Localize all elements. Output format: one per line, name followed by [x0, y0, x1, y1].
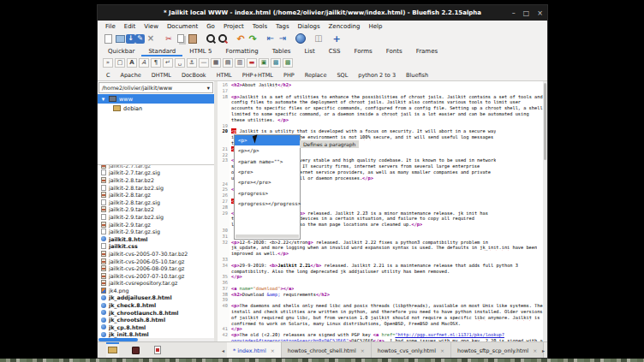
- rule-icon[interactable]: —: [199, 58, 209, 68]
- quickbar-tab-fonts[interactable]: Fonts: [379, 47, 409, 56]
- langbar-c[interactable]: C: [101, 72, 116, 79]
- find-button[interactable]: [205, 33, 217, 45]
- langbar-php-html[interactable]: PHP+HTML: [237, 72, 278, 79]
- indent-button[interactable]: ⇥: [277, 33, 289, 45]
- file-item-jailkit-css[interactable]: jailkit.css: [98, 243, 214, 251]
- minimize-button[interactable]: –: [512, 9, 516, 17]
- anchor-icon[interactable]: ⚓: [187, 58, 197, 68]
- file-item-jailkit-cvsrepository-tar-gz[interactable]: jailkit-cvsrepository.tar.gz: [98, 280, 214, 288]
- file-item-jailkit-8-html[interactable]: jailkit.8.html: [98, 235, 214, 243]
- paragraph-icon[interactable]: ¶: [151, 58, 161, 68]
- fullscreen-button[interactable]: +: [331, 33, 343, 45]
- close-tab-icon[interactable]: ×: [361, 347, 365, 353]
- tree-item-www[interactable]: ▾ www: [98, 94, 214, 104]
- menu-dialogs[interactable]: Dialogs: [294, 23, 325, 30]
- charmap-tab[interactable]: [174, 342, 177, 358]
- menu-go[interactable]: Go: [202, 23, 219, 30]
- autocomplete-item[interactable]: <pre></pre>: [235, 177, 300, 187]
- menu-help[interactable]: Help: [365, 23, 387, 30]
- file-item-jailkit-2-8-tar-bz2-sig[interactable]: jailkit-2.8.tar.bz2.sig: [98, 184, 214, 192]
- open-file-button[interactable]: [114, 33, 126, 45]
- document-tab-index-html[interactable]: * index.html×: [227, 342, 282, 358]
- quickbar-tab-tables[interactable]: Tables: [265, 47, 298, 56]
- menu-file[interactable]: File: [101, 23, 120, 30]
- langbar-sql[interactable]: SQL: [331, 72, 353, 79]
- tab-scroll-right-icon[interactable]: ▸: [540, 342, 547, 358]
- scrollbar-thumb[interactable]: [98, 338, 138, 341]
- new-document-button[interactable]: [102, 33, 114, 45]
- tree-item-debian[interactable]: debian: [98, 104, 214, 113]
- document-tab-howtos-sftp-scp-only-html[interactable]: howtos_sftp_scp_only.html×: [451, 342, 544, 358]
- quickbar-tab-quickbar[interactable]: Quickbar: [101, 47, 141, 56]
- file-item-jailkit-2-9-tar-gz-sig[interactable]: jailkit-2.9.tar.gz.sig: [98, 228, 214, 235]
- table-row-icon[interactable]: ▤: [223, 58, 233, 68]
- quickbar-tab-formatting[interactable]: Formatting: [218, 47, 265, 56]
- file-item-jk-chrootsh-8-html[interactable]: jk_chrootsh.8.html: [98, 316, 214, 323]
- menu-edit[interactable]: Edit: [120, 23, 140, 30]
- langbar-bluefish[interactable]: Bluefish: [401, 72, 433, 79]
- file-item-jk4-png[interactable]: jk4.png: [98, 287, 214, 294]
- file-list-horizontal-scrollbar[interactable]: [98, 338, 214, 341]
- quickbar-tab-list[interactable]: List: [297, 47, 321, 56]
- langbar-apache[interactable]: Apache: [116, 72, 146, 79]
- file-item-jailkit-2-8-tar-bz2[interactable]: jailkit-2.8.tar.bz2: [98, 176, 214, 184]
- php-block-icon[interactable]: ▩: [283, 58, 293, 68]
- langbar-html[interactable]: HTML: [212, 72, 237, 79]
- menu-document[interactable]: Document: [163, 23, 202, 30]
- quickbar-tab-css[interactable]: CSS: [322, 47, 348, 56]
- nbsp-icon[interactable]: ␣: [175, 58, 185, 68]
- autocomplete-item[interactable]: <p>: [235, 135, 300, 145]
- comment-icon[interactable]: ▬: [247, 58, 257, 68]
- autocomplete-item[interactable]: <pre>: [235, 167, 300, 177]
- titlebar[interactable]: * Jailkit local WWW - index.html (/home2…: [98, 5, 547, 21]
- file-item-jailkit-2-8-tar-gz[interactable]: jailkit-2.8.tar.gz: [98, 191, 214, 199]
- script-icon[interactable]: ▣: [259, 58, 269, 68]
- bookmarks-tab[interactable]: [130, 342, 141, 358]
- tab-scroll-left-icon[interactable]: ◂: [219, 342, 227, 358]
- file-item-jailkit-2-8-tar-gz-sig[interactable]: jailkit-2.8.tar.gz.sig: [98, 199, 214, 206]
- code-editor[interactable]: 16<h2>About Jailkit</h2>1718<p>Jailkit i…: [218, 81, 547, 341]
- close-document-button[interactable]: ×: [145, 33, 157, 45]
- langbar-docbook[interactable]: DocBook: [176, 72, 212, 79]
- menu-zencoding[interactable]: Zencoding: [325, 23, 365, 30]
- maximize-button[interactable]: □: [523, 9, 530, 17]
- break-icon[interactable]: ↵: [163, 58, 173, 68]
- save-as-button[interactable]: ✎: [135, 34, 145, 44]
- file-item-jailkit-cvs-2006-08-09-tar-gz[interactable]: jailkit-cvs-2006-08-09.tar.gz: [98, 264, 214, 272]
- file-item-jailkit-cvs-2006-05-10-tar-gz[interactable]: jailkit-cvs-2006-05-10.tar.gz: [98, 258, 214, 265]
- file-item-jailkit-cvs-2007-07-10-tar-gz[interactable]: jailkit-cvs-2007-07-10.tar.gz: [98, 272, 214, 280]
- document-tab-howtos-chroot-shell-html[interactable]: howtos_chroot_shell.html×: [282, 342, 372, 358]
- langbar-python-2-to-3[interactable]: python 2 to 3: [353, 72, 401, 79]
- copy-button[interactable]: [175, 33, 187, 45]
- cut-button[interactable]: ✂: [163, 33, 175, 45]
- autocomplete-item[interactable]: <progress></progress>: [235, 199, 300, 209]
- quickbar-tab-html-5[interactable]: HTML 5: [182, 47, 218, 56]
- directory-combo[interactable]: /home2/olivier/jailkit/www ▾: [98, 82, 213, 93]
- file-item-jk-cp-8-html[interactable]: jk_cp.8.html: [98, 323, 214, 331]
- file-item-jailkit-2-9-tar-gz[interactable]: jailkit-2.9.tar.gz: [98, 221, 214, 228]
- close-tab-icon[interactable]: ×: [271, 347, 275, 353]
- file-item-jk-check-8-html[interactable]: jk_check.8.html: [98, 301, 214, 309]
- snippets-tab[interactable]: [152, 342, 163, 358]
- langbar-dhtml[interactable]: DHTML: [146, 72, 176, 79]
- menu-tools[interactable]: Tools: [248, 23, 271, 30]
- langbar-replace[interactable]: Replace: [300, 72, 332, 79]
- autocomplete-item[interactable]: <progress>: [235, 187, 300, 198]
- editor-vertical-scrollbar[interactable]: [543, 81, 547, 341]
- scrollbar-thumb[interactable]: [544, 83, 546, 160]
- style-icon[interactable]: ▩: [271, 58, 281, 68]
- preview-in-browser-button[interactable]: [295, 33, 307, 45]
- body-icon[interactable]: ▢: [115, 58, 125, 68]
- menu-project[interactable]: Project: [219, 23, 248, 30]
- save-button[interactable]: ↓: [126, 34, 135, 44]
- bold-icon[interactable]: A: [127, 58, 137, 68]
- quickbar-tab-forms[interactable]: Forms: [347, 47, 379, 56]
- menu-tags[interactable]: Tags: [271, 23, 294, 30]
- close-tab-icon[interactable]: ×: [533, 347, 537, 353]
- expander-icon[interactable]: ▾: [100, 96, 106, 103]
- quickbar-tab-standard[interactable]: Standard: [141, 47, 182, 56]
- table-icon[interactable]: ▦: [211, 58, 221, 68]
- paste-button[interactable]: [187, 33, 199, 45]
- italic-icon[interactable]: A: [139, 58, 149, 68]
- file-item-jailkit-2-9-tar-bz2[interactable]: jailkit-2.9.tar.bz2: [98, 206, 214, 214]
